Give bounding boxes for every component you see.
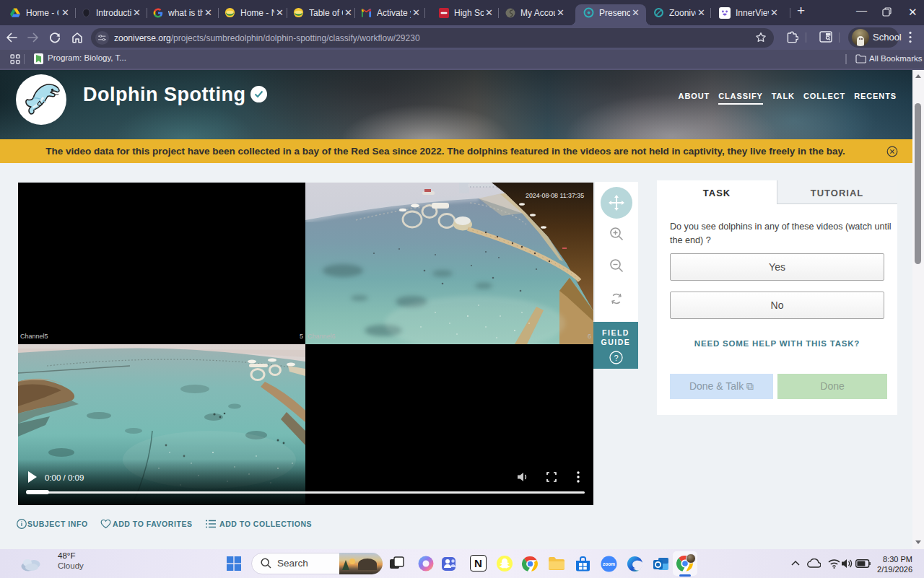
svg-text:zoom: zoom: [603, 561, 615, 566]
svg-text:?: ?: [614, 354, 618, 362]
svg-text:Channel6: Channel6: [308, 333, 336, 340]
svg-text:2024-08-08 11:37:35: 2024-08-08 11:37:35: [526, 192, 584, 199]
svg-text:6: 6: [588, 333, 591, 340]
